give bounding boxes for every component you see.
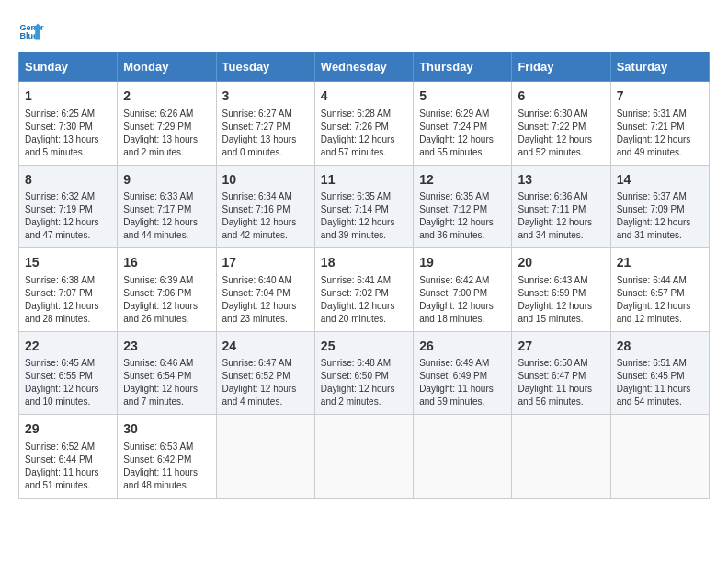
calendar-cell: 8Sunrise: 6:32 AM Sunset: 7:19 PM Daylig… [19, 165, 118, 248]
page-header: General Blue [18, 18, 710, 44]
calendar-cell: 22Sunrise: 6:45 AM Sunset: 6:55 PM Dayli… [19, 331, 118, 415]
day-info: Sunrise: 6:45 AM Sunset: 6:55 PM Dayligh… [25, 357, 111, 408]
day-info: Sunrise: 6:47 AM Sunset: 6:52 PM Dayligh… [222, 357, 309, 408]
calendar-cell: 25Sunrise: 6:48 AM Sunset: 6:50 PM Dayli… [314, 331, 413, 415]
day-of-week-header: Thursday [414, 52, 512, 82]
calendar-cell [314, 415, 413, 499]
svg-text:Blue: Blue [19, 31, 38, 40]
calendar-cell: 24Sunrise: 6:47 AM Sunset: 6:52 PM Dayli… [216, 331, 314, 415]
day-number: 9 [123, 171, 210, 190]
calendar-cell: 4Sunrise: 6:28 AM Sunset: 7:26 PM Daylig… [314, 82, 413, 166]
calendar-cell: 26Sunrise: 6:49 AM Sunset: 6:49 PM Dayli… [414, 331, 512, 415]
day-info: Sunrise: 6:40 AM Sunset: 7:04 PM Dayligh… [222, 274, 309, 326]
day-info: Sunrise: 6:43 AM Sunset: 6:59 PM Dayligh… [518, 274, 604, 326]
day-info: Sunrise: 6:44 AM Sunset: 6:57 PM Dayligh… [617, 274, 703, 326]
day-number: 10 [222, 171, 309, 190]
day-number: 13 [518, 171, 604, 190]
day-number: 6 [518, 87, 604, 106]
day-info: Sunrise: 6:35 AM Sunset: 7:12 PM Dayligh… [419, 190, 506, 242]
day-info: Sunrise: 6:41 AM Sunset: 7:02 PM Dayligh… [321, 274, 407, 326]
calendar-cell: 10Sunrise: 6:34 AM Sunset: 7:16 PM Dayli… [216, 165, 314, 248]
calendar-cell: 6Sunrise: 6:30 AM Sunset: 7:22 PM Daylig… [512, 82, 610, 166]
calendar-cell: 13Sunrise: 6:36 AM Sunset: 7:11 PM Dayli… [512, 165, 610, 248]
calendar-cell: 28Sunrise: 6:51 AM Sunset: 6:45 PM Dayli… [610, 331, 709, 415]
day-info: Sunrise: 6:26 AM Sunset: 7:29 PM Dayligh… [123, 108, 210, 159]
day-info: Sunrise: 6:52 AM Sunset: 6:44 PM Dayligh… [25, 441, 111, 492]
day-number: 18 [321, 254, 407, 272]
calendar-cell [610, 415, 709, 499]
calendar-cell: 14Sunrise: 6:37 AM Sunset: 7:09 PM Dayli… [610, 165, 709, 248]
calendar-cell: 29Sunrise: 6:52 AM Sunset: 6:44 PM Dayli… [19, 415, 118, 499]
day-number: 24 [222, 338, 309, 356]
day-number: 1 [25, 87, 111, 106]
day-number: 2 [123, 87, 210, 106]
day-number: 15 [25, 254, 111, 272]
day-number: 26 [419, 338, 506, 356]
day-info: Sunrise: 6:31 AM Sunset: 7:21 PM Dayligh… [617, 108, 703, 159]
calendar-cell: 1Sunrise: 6:25 AM Sunset: 7:30 PM Daylig… [19, 82, 118, 166]
day-number: 12 [419, 171, 506, 190]
day-of-week-header: Sunday [19, 52, 118, 82]
day-number: 25 [321, 338, 407, 356]
calendar-cell: 3Sunrise: 6:27 AM Sunset: 7:27 PM Daylig… [216, 82, 314, 166]
day-number: 8 [25, 171, 111, 190]
day-info: Sunrise: 6:39 AM Sunset: 7:06 PM Dayligh… [123, 274, 210, 326]
day-info: Sunrise: 6:49 AM Sunset: 6:49 PM Dayligh… [419, 357, 506, 408]
day-info: Sunrise: 6:51 AM Sunset: 6:45 PM Dayligh… [617, 357, 703, 408]
calendar-cell: 17Sunrise: 6:40 AM Sunset: 7:04 PM Dayli… [216, 248, 314, 332]
day-number: 27 [518, 338, 604, 356]
day-info: Sunrise: 6:35 AM Sunset: 7:14 PM Dayligh… [321, 190, 407, 242]
day-number: 20 [518, 254, 604, 272]
day-info: Sunrise: 6:27 AM Sunset: 7:27 PM Dayligh… [222, 108, 309, 159]
day-info: Sunrise: 6:32 AM Sunset: 7:19 PM Dayligh… [25, 190, 111, 242]
day-info: Sunrise: 6:30 AM Sunset: 7:22 PM Dayligh… [518, 108, 604, 159]
calendar-cell: 19Sunrise: 6:42 AM Sunset: 7:00 PM Dayli… [414, 248, 512, 332]
day-info: Sunrise: 6:36 AM Sunset: 7:11 PM Dayligh… [518, 190, 604, 242]
calendar-cell [216, 415, 314, 499]
day-number: 5 [419, 87, 506, 106]
calendar-table: SundayMondayTuesdayWednesdayThursdayFrid… [18, 52, 710, 499]
calendar-cell: 11Sunrise: 6:35 AM Sunset: 7:14 PM Dayli… [314, 165, 413, 248]
day-number: 7 [617, 87, 703, 106]
calendar-cell: 5Sunrise: 6:29 AM Sunset: 7:24 PM Daylig… [414, 82, 512, 166]
calendar-cell [512, 415, 610, 499]
day-number: 30 [123, 420, 210, 439]
day-number: 4 [321, 87, 407, 106]
calendar-cell: 23Sunrise: 6:46 AM Sunset: 6:54 PM Dayli… [118, 331, 216, 415]
day-number: 28 [617, 338, 703, 356]
day-info: Sunrise: 6:46 AM Sunset: 6:54 PM Dayligh… [123, 357, 210, 408]
day-info: Sunrise: 6:48 AM Sunset: 6:50 PM Dayligh… [321, 357, 407, 408]
calendar-cell: 7Sunrise: 6:31 AM Sunset: 7:21 PM Daylig… [610, 82, 709, 166]
day-of-week-header: Monday [118, 52, 216, 82]
day-info: Sunrise: 6:34 AM Sunset: 7:16 PM Dayligh… [222, 190, 309, 242]
calendar-cell: 20Sunrise: 6:43 AM Sunset: 6:59 PM Dayli… [512, 248, 610, 332]
day-number: 23 [123, 338, 210, 356]
day-number: 19 [419, 254, 506, 272]
day-info: Sunrise: 6:28 AM Sunset: 7:26 PM Dayligh… [321, 108, 407, 159]
day-info: Sunrise: 6:29 AM Sunset: 7:24 PM Dayligh… [419, 108, 506, 159]
day-of-week-header: Saturday [610, 52, 709, 82]
day-number: 21 [617, 254, 703, 272]
day-number: 11 [321, 171, 407, 190]
day-number: 14 [617, 171, 703, 190]
day-of-week-header: Wednesday [314, 52, 413, 82]
day-of-week-header: Friday [512, 52, 610, 82]
day-info: Sunrise: 6:25 AM Sunset: 7:30 PM Dayligh… [25, 108, 111, 159]
day-info: Sunrise: 6:37 AM Sunset: 7:09 PM Dayligh… [617, 190, 703, 242]
calendar-cell: 2Sunrise: 6:26 AM Sunset: 7:29 PM Daylig… [118, 82, 216, 166]
logo-icon: General Blue [18, 18, 44, 44]
calendar-cell: 21Sunrise: 6:44 AM Sunset: 6:57 PM Dayli… [610, 248, 709, 332]
calendar-cell: 9Sunrise: 6:33 AM Sunset: 7:17 PM Daylig… [118, 165, 216, 248]
day-info: Sunrise: 6:42 AM Sunset: 7:00 PM Dayligh… [419, 274, 506, 326]
day-number: 3 [222, 87, 309, 106]
calendar-cell: 12Sunrise: 6:35 AM Sunset: 7:12 PM Dayli… [414, 165, 512, 248]
calendar-cell: 27Sunrise: 6:50 AM Sunset: 6:47 PM Dayli… [512, 331, 610, 415]
day-number: 16 [123, 254, 210, 272]
day-info: Sunrise: 6:38 AM Sunset: 7:07 PM Dayligh… [25, 274, 111, 326]
day-of-week-header: Tuesday [216, 52, 314, 82]
calendar-cell [414, 415, 512, 499]
day-info: Sunrise: 6:33 AM Sunset: 7:17 PM Dayligh… [123, 190, 210, 242]
calendar-cell: 15Sunrise: 6:38 AM Sunset: 7:07 PM Dayli… [19, 248, 118, 332]
calendar-cell: 18Sunrise: 6:41 AM Sunset: 7:02 PM Dayli… [314, 248, 413, 332]
day-number: 17 [222, 254, 309, 272]
